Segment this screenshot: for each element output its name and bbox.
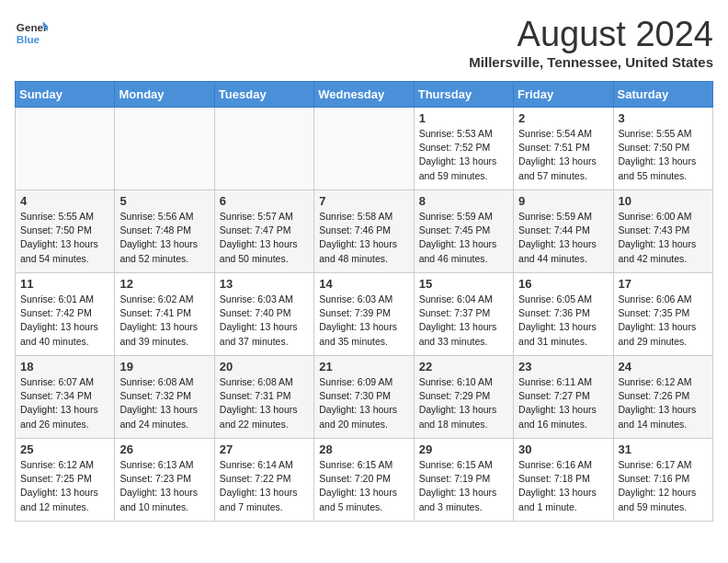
header-thursday: Thursday (414, 82, 513, 108)
day-info: Sunrise: 6:14 AM Sunset: 7:22 PM Dayligh… (220, 458, 309, 514)
header-sunday: Sunday (16, 82, 115, 108)
day-info: Sunrise: 6:03 AM Sunset: 7:39 PM Dayligh… (319, 293, 408, 349)
table-row: 25Sunrise: 6:12 AM Sunset: 7:25 PM Dayli… (16, 439, 115, 522)
day-info: Sunrise: 6:05 AM Sunset: 7:36 PM Dayligh… (518, 293, 608, 349)
day-number: 22 (419, 360, 508, 373)
table-row: 7Sunrise: 5:58 AM Sunset: 7:46 PM Daylig… (314, 190, 414, 273)
day-info: Sunrise: 5:57 AM Sunset: 7:47 PM Dayligh… (220, 210, 309, 266)
day-info: Sunrise: 6:00 AM Sunset: 7:43 PM Dayligh… (619, 210, 708, 266)
day-info: Sunrise: 6:15 AM Sunset: 7:20 PM Dayligh… (319, 458, 408, 514)
day-info: Sunrise: 6:12 AM Sunset: 7:26 PM Dayligh… (619, 375, 708, 431)
calendar-week-row: 11Sunrise: 6:01 AM Sunset: 7:42 PM Dayli… (16, 273, 713, 356)
table-row: 19Sunrise: 6:08 AM Sunset: 7:32 PM Dayli… (115, 356, 214, 439)
day-info: Sunrise: 5:54 AM Sunset: 7:51 PM Dayligh… (518, 127, 608, 183)
table-row: 16Sunrise: 6:05 AM Sunset: 7:36 PM Dayli… (514, 273, 613, 356)
table-row: 30Sunrise: 6:16 AM Sunset: 7:18 PM Dayli… (514, 439, 613, 522)
table-row: 31Sunrise: 6:17 AM Sunset: 7:16 PM Dayli… (613, 439, 712, 522)
calendar-table: Sunday Monday Tuesday Wednesday Thursday… (15, 81, 713, 522)
logo: General Blue (15, 15, 48, 48)
day-info: Sunrise: 6:11 AM Sunset: 7:27 PM Dayligh… (518, 375, 608, 431)
day-number: 9 (518, 194, 608, 208)
day-number: 24 (619, 360, 708, 373)
day-number: 13 (220, 277, 309, 291)
table-row: 29Sunrise: 6:15 AM Sunset: 7:19 PM Dayli… (414, 439, 513, 522)
table-row: 17Sunrise: 6:06 AM Sunset: 7:35 PM Dayli… (613, 273, 712, 356)
day-info: Sunrise: 6:12 AM Sunset: 7:25 PM Dayligh… (20, 458, 109, 514)
header-monday: Monday (115, 82, 214, 108)
calendar-week-row: 4Sunrise: 5:55 AM Sunset: 7:50 PM Daylig… (16, 190, 713, 273)
day-info: Sunrise: 5:55 AM Sunset: 7:50 PM Dayligh… (619, 127, 708, 183)
day-info: Sunrise: 6:08 AM Sunset: 7:32 PM Dayligh… (119, 375, 209, 431)
day-number: 19 (119, 360, 209, 373)
svg-text:Blue: Blue (17, 33, 40, 45)
day-info: Sunrise: 6:06 AM Sunset: 7:35 PM Dayligh… (619, 293, 708, 349)
day-number: 30 (518, 442, 608, 456)
table-row: 27Sunrise: 6:14 AM Sunset: 7:22 PM Dayli… (214, 439, 313, 522)
day-number: 18 (20, 360, 109, 373)
table-row: 26Sunrise: 6:13 AM Sunset: 7:23 PM Dayli… (115, 439, 214, 522)
header-tuesday: Tuesday (214, 82, 313, 108)
calendar-week-row: 18Sunrise: 6:07 AM Sunset: 7:34 PM Dayli… (16, 356, 713, 439)
table-row: 21Sunrise: 6:09 AM Sunset: 7:30 PM Dayli… (314, 356, 414, 439)
table-row: 3Sunrise: 5:55 AM Sunset: 7:50 PM Daylig… (613, 108, 712, 190)
day-number: 7 (319, 194, 408, 208)
day-info: Sunrise: 5:59 AM Sunset: 7:45 PM Dayligh… (419, 210, 508, 266)
day-info: Sunrise: 6:10 AM Sunset: 7:29 PM Dayligh… (419, 375, 508, 431)
day-number: 12 (119, 277, 209, 291)
day-info: Sunrise: 6:08 AM Sunset: 7:31 PM Dayligh… (220, 375, 309, 431)
table-row: 9Sunrise: 5:59 AM Sunset: 7:44 PM Daylig… (514, 190, 613, 273)
day-number: 14 (319, 277, 408, 291)
day-number: 21 (319, 360, 408, 373)
table-row: 1Sunrise: 5:53 AM Sunset: 7:52 PM Daylig… (414, 108, 513, 190)
day-number: 26 (119, 442, 209, 456)
table-row (314, 108, 414, 190)
day-number: 3 (619, 111, 708, 125)
day-info: Sunrise: 6:16 AM Sunset: 7:18 PM Dayligh… (518, 458, 608, 514)
table-row: 24Sunrise: 6:12 AM Sunset: 7:26 PM Dayli… (613, 356, 712, 439)
day-info: Sunrise: 5:56 AM Sunset: 7:48 PM Dayligh… (119, 210, 209, 266)
day-info: Sunrise: 5:53 AM Sunset: 7:52 PM Dayligh… (419, 127, 508, 183)
table-row: 12Sunrise: 6:02 AM Sunset: 7:41 PM Dayli… (115, 273, 214, 356)
table-row: 10Sunrise: 6:00 AM Sunset: 7:43 PM Dayli… (613, 190, 712, 273)
day-info: Sunrise: 6:02 AM Sunset: 7:41 PM Dayligh… (119, 293, 209, 349)
calendar-header-row: Sunday Monday Tuesday Wednesday Thursday… (16, 82, 713, 108)
day-number: 2 (518, 111, 608, 125)
table-row: 11Sunrise: 6:01 AM Sunset: 7:42 PM Dayli… (16, 273, 115, 356)
day-info: Sunrise: 6:07 AM Sunset: 7:34 PM Dayligh… (20, 375, 109, 431)
table-row (16, 108, 115, 190)
day-info: Sunrise: 5:59 AM Sunset: 7:44 PM Dayligh… (518, 210, 608, 266)
table-row: 13Sunrise: 6:03 AM Sunset: 7:40 PM Dayli… (214, 273, 313, 356)
day-number: 17 (619, 277, 708, 291)
calendar-week-row: 1Sunrise: 5:53 AM Sunset: 7:52 PM Daylig… (16, 108, 713, 190)
table-row (115, 108, 214, 190)
day-info: Sunrise: 6:17 AM Sunset: 7:16 PM Dayligh… (619, 458, 708, 514)
day-number: 1 (419, 111, 508, 125)
table-row: 14Sunrise: 6:03 AM Sunset: 7:39 PM Dayli… (314, 273, 414, 356)
table-row (214, 108, 313, 190)
day-number: 23 (518, 360, 608, 373)
day-info: Sunrise: 6:04 AM Sunset: 7:37 PM Dayligh… (419, 293, 508, 349)
day-info: Sunrise: 6:13 AM Sunset: 7:23 PM Dayligh… (119, 458, 209, 514)
day-number: 10 (619, 194, 708, 208)
table-row: 4Sunrise: 5:55 AM Sunset: 7:50 PM Daylig… (16, 190, 115, 273)
table-row: 8Sunrise: 5:59 AM Sunset: 7:45 PM Daylig… (414, 190, 513, 273)
day-info: Sunrise: 6:01 AM Sunset: 7:42 PM Dayligh… (20, 293, 109, 349)
day-number: 25 (20, 442, 109, 456)
page-header: General Blue August 2024 Millersville, T… (15, 15, 713, 70)
table-row: 18Sunrise: 6:07 AM Sunset: 7:34 PM Dayli… (16, 356, 115, 439)
day-number: 16 (518, 277, 608, 291)
day-info: Sunrise: 5:58 AM Sunset: 7:46 PM Dayligh… (319, 210, 408, 266)
day-number: 28 (319, 442, 408, 456)
logo-icon: General Blue (15, 15, 48, 48)
day-number: 11 (20, 277, 109, 291)
table-row: 5Sunrise: 5:56 AM Sunset: 7:48 PM Daylig… (115, 190, 214, 273)
day-number: 31 (619, 442, 708, 456)
day-info: Sunrise: 6:03 AM Sunset: 7:40 PM Dayligh… (220, 293, 309, 349)
table-row: 6Sunrise: 5:57 AM Sunset: 7:47 PM Daylig… (214, 190, 313, 273)
table-row: 23Sunrise: 6:11 AM Sunset: 7:27 PM Dayli… (514, 356, 613, 439)
calendar-subtitle: Millersville, Tennessee, United States (469, 54, 713, 70)
day-number: 27 (220, 442, 309, 456)
table-row: 22Sunrise: 6:10 AM Sunset: 7:29 PM Dayli… (414, 356, 513, 439)
header-wednesday: Wednesday (314, 82, 414, 108)
day-number: 4 (20, 194, 109, 208)
